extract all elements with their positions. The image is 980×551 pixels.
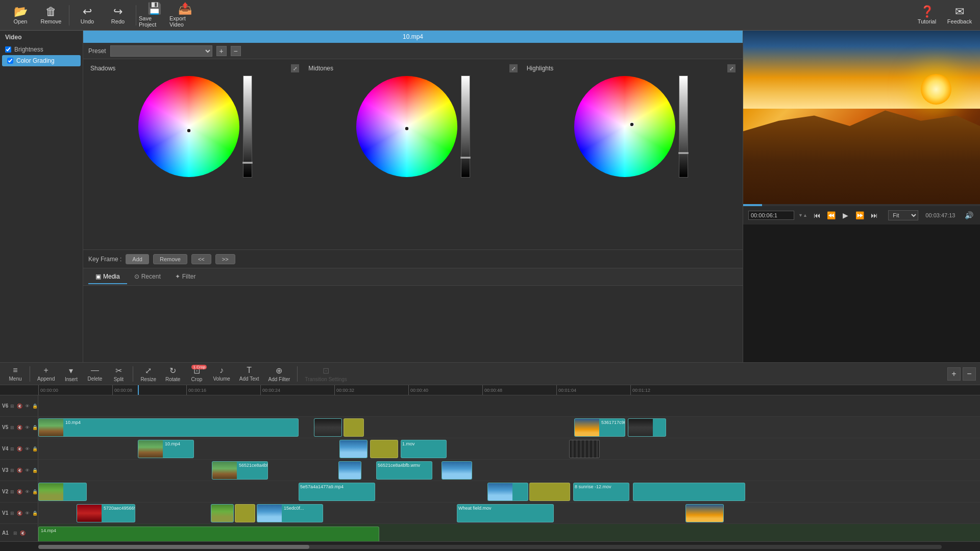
split-button[interactable]: ✂ Split [107, 365, 130, 383]
midtones-slider[interactable] [461, 76, 470, 178]
highlights-expand-button[interactable]: ⤢ [727, 64, 736, 72]
undo-button[interactable]: ↩ Undo [72, 1, 103, 30]
v5-ctrl-1[interactable]: ⊞ [10, 424, 15, 431]
resize-button[interactable]: ⤢ Resize [136, 365, 160, 383]
shadows-expand-button[interactable]: ⤢ [291, 64, 299, 72]
clip-v3-1[interactable]: 56521ce8a4bfb.wmv [212, 461, 268, 480]
tab-filter[interactable]: ✦ Filter [168, 270, 203, 284]
crop-button[interactable]: ⊡ Crop 1 Crop [185, 365, 208, 383]
zoom-in-button[interactable]: + [947, 367, 961, 381]
v5-ctrl-3[interactable]: 👁 [24, 424, 30, 431]
audio-clip-a1-1[interactable]: 14.mp4 [38, 527, 379, 541]
v2-ctrl-2[interactable]: 🔇 [16, 489, 23, 495]
volume-button-tl[interactable]: ♪ Volume [209, 365, 234, 383]
remove-button[interactable]: 🗑 Remove [36, 1, 66, 30]
next-frame-button[interactable]: ⏩ [854, 210, 866, 221]
clip-v3-3[interactable]: 56521ce8a4bfb.wmv [376, 461, 432, 480]
v6-ctrl-4[interactable]: 🔒 [32, 403, 38, 409]
clip-v5-5[interactable] [628, 418, 666, 437]
playhead[interactable] [138, 385, 139, 395]
clip-v2-6[interactable] [633, 483, 745, 501]
clip-v1-2[interactable] [211, 504, 234, 522]
tab-recent[interactable]: ⊙ Recent [127, 270, 168, 284]
a1-ctrl-1[interactable]: ⊞ [13, 530, 18, 536]
v2-ctrl-4[interactable]: 🔒 [32, 489, 38, 495]
keyframe-add-button[interactable]: Add [126, 254, 149, 264]
clip-v5-1[interactable]: 10.mp4 [38, 418, 299, 437]
fit-select[interactable]: Fit 100% 50% [888, 210, 918, 220]
clip-v2-4[interactable] [529, 483, 570, 501]
time-input[interactable] [748, 211, 794, 220]
prev-frame-button[interactable]: ⏪ [826, 210, 837, 221]
v5-ctrl-4[interactable]: 🔒 [32, 424, 38, 431]
v6-ctrl-1[interactable]: ⊞ [10, 403, 15, 409]
clip-v4-3[interactable] [370, 440, 398, 458]
clip-v1-6[interactable] [685, 504, 724, 522]
highlights-slider[interactable] [679, 76, 688, 178]
v3-ctrl-2[interactable]: 🔇 [16, 467, 23, 473]
clip-v4-4[interactable]: 1.mov [401, 440, 447, 458]
delete-button[interactable]: — Delete [83, 365, 106, 383]
redo-button[interactable]: ↪ Redo [103, 1, 133, 30]
v3-ctrl-4[interactable]: 🔒 [32, 467, 38, 473]
preset-select[interactable] [110, 45, 212, 57]
clip-v5-2[interactable] [314, 418, 342, 437]
insert-button[interactable]: ▾ Insert [60, 365, 82, 383]
panel-item-brightness[interactable]: Brightness [0, 44, 83, 55]
play-button[interactable]: ▶ [840, 210, 851, 221]
clip-v4-5[interactable] [569, 440, 600, 458]
clip-v4-2[interactable] [339, 440, 368, 458]
clip-v5-4[interactable]: 5361717c90f4b.mov [574, 418, 625, 437]
a1-ctrl-2[interactable]: 🔇 [19, 530, 26, 536]
clip-v5-3[interactable] [344, 418, 364, 437]
preset-add-button[interactable]: + [216, 46, 227, 56]
v1-ctrl-4[interactable]: 🔒 [32, 510, 38, 516]
clip-v1-5[interactable]: Wheat field.mov [457, 504, 554, 522]
keyframe-prev-button[interactable]: << [191, 254, 211, 264]
v6-ctrl-2[interactable]: 🔇 [16, 403, 23, 409]
clip-v1-1[interactable]: 5720aec495669.MOV [77, 504, 135, 522]
v2-ctrl-1[interactable]: ⊞ [10, 489, 15, 495]
feedback-button[interactable]: ✉ Feedback [944, 1, 975, 30]
clip-v1-3[interactable] [235, 504, 255, 522]
clip-v2-1[interactable] [38, 483, 87, 501]
clip-v2-3[interactable] [487, 483, 528, 501]
scrollbar-track[interactable] [38, 545, 942, 549]
tab-media[interactable]: ▣ Media [88, 270, 127, 284]
v1-ctrl-1[interactable]: ⊞ [10, 510, 15, 516]
v1-ctrl-2[interactable]: 🔇 [16, 510, 23, 516]
add-text-button[interactable]: T Add Text [235, 365, 263, 383]
zoom-out-button[interactable]: − [963, 367, 976, 381]
clip-v2-5[interactable]: 8 sunrise -12.mov [573, 483, 629, 501]
brightness-checkbox[interactable] [5, 46, 11, 53]
midtones-color-wheel[interactable] [356, 76, 458, 178]
clip-v3-2[interactable] [338, 461, 361, 480]
v5-ctrl-2[interactable]: 🔇 [16, 424, 23, 431]
shadows-color-wheel[interactable] [138, 76, 240, 178]
open-button[interactable]: 📂 Open [5, 1, 36, 30]
v4-ctrl-2[interactable]: 🔇 [16, 446, 23, 452]
v4-ctrl-4[interactable]: 🔒 [32, 446, 38, 452]
panel-item-color-grading[interactable]: Color Grading [2, 55, 81, 66]
v3-ctrl-3[interactable]: 👁 [24, 467, 30, 473]
menu-button[interactable]: ≡ Menu [4, 365, 27, 383]
clip-v4-1[interactable]: 10.mp4 [138, 440, 194, 458]
append-button[interactable]: + Append [33, 365, 59, 383]
v6-ctrl-3[interactable]: 👁 [24, 403, 30, 409]
preview-progress-bar[interactable] [743, 204, 980, 206]
clip-v3-4[interactable] [442, 461, 472, 480]
v1-ctrl-3[interactable]: 👁 [24, 510, 30, 516]
color-grading-checkbox[interactable] [7, 58, 13, 64]
v4-ctrl-1[interactable]: ⊞ [10, 446, 15, 452]
tutorial-button[interactable]: ❓ Tutorial [912, 1, 942, 30]
keyframe-remove-button[interactable]: Remove [153, 254, 187, 264]
add-filter-button[interactable]: ⊕ Add Filter [264, 365, 295, 383]
v2-ctrl-3[interactable]: 👁 [24, 489, 30, 495]
shadows-slider[interactable] [243, 76, 252, 178]
scrollbar-thumb[interactable] [38, 545, 309, 549]
midtones-expand-button[interactable]: ⤢ [509, 64, 518, 72]
skip-start-button[interactable]: ⏮ [812, 210, 823, 221]
save-button[interactable]: 💾 Save Project [139, 1, 169, 30]
volume-button[interactable]: 🔊 [964, 210, 975, 221]
highlights-color-wheel[interactable] [574, 76, 676, 178]
